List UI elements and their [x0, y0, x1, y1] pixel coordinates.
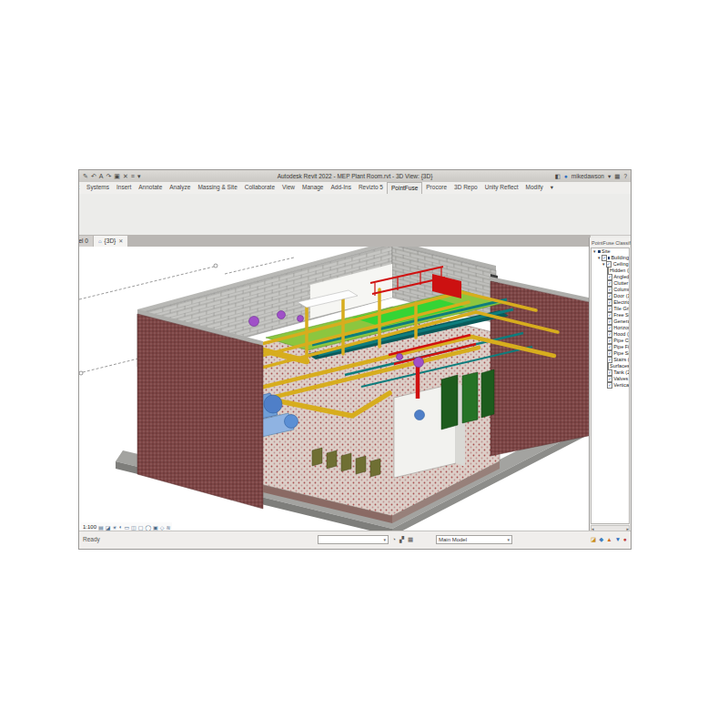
- app-store-icon[interactable]: ▦: [614, 173, 620, 180]
- ribbon-tab[interactable]: ▾: [547, 182, 557, 194]
- selection-filter-icon[interactable]: ▼: [615, 536, 621, 543]
- checkbox[interactable]: [602, 255, 607, 261]
- 3d-model-canvas[interactable]: [79, 247, 591, 533]
- classification-item[interactable]: Valves and controls (740): [592, 376, 629, 382]
- drawing-area[interactable]: 1:100 ▤◪☀◐▭◫▢◯▣◇≋: [79, 247, 591, 533]
- temporary-hide-icon[interactable]: ▢: [138, 524, 144, 531]
- classification-item[interactable]: Stairs (724): [592, 357, 629, 363]
- checkbox[interactable]: [607, 306, 612, 312]
- signed-in-user[interactable]: mikedawson: [571, 173, 604, 179]
- checkbox[interactable]: [606, 261, 612, 268]
- checkbox[interactable]: [607, 369, 612, 376]
- displacement-icon[interactable]: ≋: [166, 524, 170, 531]
- checkbox[interactable]: [607, 338, 612, 344]
- ribbon-tab[interactable]: Systems: [83, 182, 113, 194]
- visual-style-icon[interactable]: ◪: [106, 524, 111, 531]
- ribbon-tab[interactable]: Analyze: [166, 182, 194, 194]
- design-option-select[interactable]: Main Model ▾: [436, 535, 512, 544]
- undo-icon[interactable]: ↶: [91, 172, 96, 180]
- active-workset-select[interactable]: ▾: [318, 535, 389, 544]
- checkbox[interactable]: [607, 293, 612, 299]
- ribbon-tab[interactable]: Massing & Site: [194, 182, 240, 194]
- classification-item[interactable]: Hidden (896): [592, 268, 629, 274]
- classification-item[interactable]: Hood (194): [592, 331, 629, 338]
- classification-item[interactable]: Pipe Fitting (371): [592, 344, 629, 350]
- text-icon[interactable]: A: [99, 172, 104, 180]
- comment-icon[interactable]: ◧: [555, 173, 561, 180]
- scale-button[interactable]: 1:100: [83, 524, 96, 530]
- shadows-icon[interactable]: ◐: [119, 524, 123, 531]
- ribbon-tab[interactable]: Unity Reflect: [481, 182, 522, 194]
- reveal-hidden-icon[interactable]: ◯: [145, 524, 151, 531]
- checkbox[interactable]: [607, 376, 612, 382]
- editing-requests-icon[interactable]: ▞: [399, 536, 404, 543]
- ribbon-tab[interactable]: 3D Repo: [450, 182, 481, 194]
- design-options-icon[interactable]: ▦: [408, 536, 413, 543]
- sun-path-icon[interactable]: ☀: [112, 524, 116, 531]
- classification-item[interactable]: Tank (274): [592, 369, 629, 376]
- crop-view-icon[interactable]: ▭: [124, 524, 129, 531]
- modify-icon[interactable]: ✎: [83, 172, 88, 180]
- select-pinned-icon[interactable]: ▲: [606, 536, 612, 543]
- customize-qat-icon[interactable]: ▾: [137, 172, 141, 180]
- view-tab-level0[interactable]: Level 0: [79, 236, 93, 247]
- ribbon-tab[interactable]: View: [278, 182, 298, 194]
- checkbox[interactable]: [607, 280, 612, 287]
- ribbon-tab[interactable]: Procore: [422, 182, 450, 194]
- redo-icon[interactable]: ↷: [106, 172, 111, 180]
- checkbox[interactable]: [607, 350, 612, 357]
- select-links-icon[interactable]: ◆: [599, 536, 603, 543]
- tree-node-site[interactable]: ▾ Site: [592, 248, 629, 255]
- caret-icon[interactable]: ▾: [602, 261, 605, 268]
- classification-item[interactable]: Pipe Segment (906): [592, 350, 629, 357]
- tree-node-building[interactable]: ▾ Building: [592, 255, 629, 261]
- view-tab-3d[interactable]: ⌂ {3D} ✕: [94, 236, 127, 247]
- checkbox[interactable]: [607, 363, 609, 369]
- classification-item[interactable]: Column (88): [592, 287, 629, 293]
- crop-visibility-icon[interactable]: ◫: [131, 524, 136, 531]
- classification-item[interactable]: Vertical Planes (864): [592, 382, 629, 389]
- ribbon-tab[interactable]: Manage: [298, 182, 328, 194]
- classification-item[interactable]: Free Standing Hose (55): [592, 312, 629, 318]
- quick-access-list-icon[interactable]: ≡: [131, 172, 135, 180]
- checkbox[interactable]: [607, 331, 612, 338]
- ribbon-tab[interactable]: Revizto 5: [355, 182, 387, 194]
- help-icon[interactable]: ?: [623, 173, 627, 179]
- detail-level-icon[interactable]: ▤: [98, 524, 104, 531]
- constraints-icon[interactable]: ◇: [160, 524, 165, 531]
- checkbox[interactable]: [607, 274, 612, 280]
- checkbox[interactable]: [607, 287, 612, 293]
- checkbox[interactable]: [607, 325, 612, 331]
- classification-item[interactable]: Door (16): [592, 293, 629, 299]
- classification-item[interactable]: Tile Grid (1): [592, 306, 629, 312]
- ribbon-tab[interactable]: Modify: [522, 182, 547, 194]
- workset-edit-icon[interactable]: ◔: [392, 536, 396, 543]
- checkbox[interactable]: [607, 318, 612, 325]
- temporary-view-properties-icon[interactable]: ▣: [153, 524, 158, 531]
- checkbox[interactable]: [607, 268, 609, 274]
- checkbox[interactable]: [607, 299, 612, 306]
- classification-item[interactable]: Surfaces (4289): [592, 363, 629, 369]
- checkbox[interactable]: [607, 344, 612, 350]
- editable-only-icon[interactable]: ◪: [591, 536, 596, 543]
- ribbon-tab[interactable]: Add-Ins: [327, 182, 354, 194]
- default-3d-view-icon[interactable]: ▣: [114, 172, 120, 180]
- drag-on-selection-icon[interactable]: ●: [623, 536, 627, 543]
- ribbon-tab[interactable]: Annotate: [135, 182, 166, 194]
- account-icon[interactable]: ●: [564, 173, 568, 179]
- tree-node-story[interactable]: ▾ Ceiling Story: [592, 261, 629, 268]
- checkbox[interactable]: [607, 357, 612, 363]
- caret-icon[interactable]: ▾: [598, 255, 601, 261]
- classification-item[interactable]: Electrical outlet (228): [592, 299, 629, 306]
- classification-item[interactable]: Pipe Connector (49): [592, 338, 629, 344]
- ribbon-tab[interactable]: Insert: [113, 182, 135, 194]
- ribbon-tab[interactable]: Collaborate: [241, 182, 278, 194]
- close-view-icon[interactable]: ✕: [118, 237, 123, 246]
- caret-icon[interactable]: ▾: [593, 248, 597, 255]
- account-caret-icon[interactable]: ▾: [608, 173, 611, 180]
- classification-item[interactable]: Generator (967): [592, 318, 629, 325]
- classification-item[interactable]: Horizontal Planes (2): [592, 325, 629, 331]
- classification-item[interactable]: Angled Planes (74): [592, 274, 629, 280]
- close-inactive-icon[interactable]: ✕: [123, 172, 128, 180]
- ribbon-tab[interactable]: PointFuse: [387, 182, 422, 194]
